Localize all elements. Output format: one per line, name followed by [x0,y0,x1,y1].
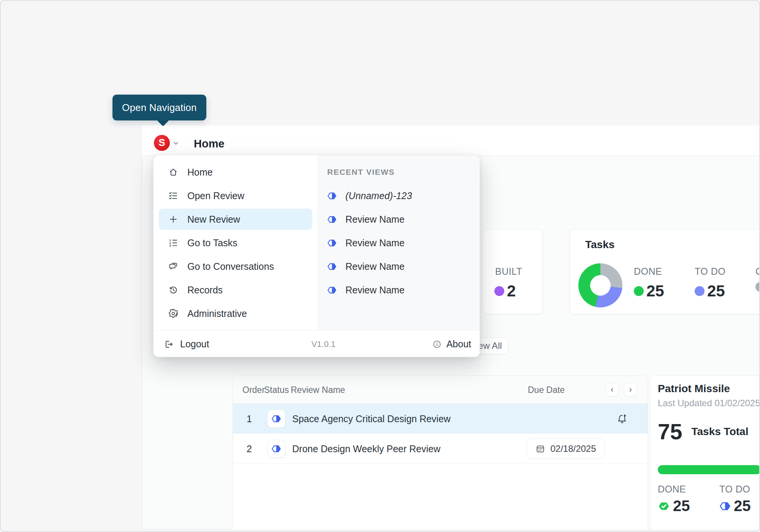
recent-view-item[interactable]: Review Name [318,232,480,253]
recent-view-label: (Unnamed)-123 [345,190,412,201]
svg-text:3: 3 [169,244,171,247]
purple-dot-icon [494,286,504,296]
tasks-card-title: Tasks [585,239,614,251]
todo-value: 25 [719,497,751,515]
half-hexagon-icon [271,444,281,454]
logout-button[interactable]: Logout [164,339,209,350]
built-stat-card: BUILT 2 [483,229,543,314]
open-navigation-tooltip: Open Navigation [112,95,206,120]
tasks-total-row: 75 Tasks Total [658,421,748,443]
menu-item-label: Records [187,285,223,296]
half-hexagon-icon [327,191,337,201]
menu-item-label: Administrative [187,308,247,319]
recent-view-item[interactable]: (Unnamed)-123 [318,185,480,206]
column-header-review-name: Review Name [291,376,345,404]
nav-logo-button[interactable]: S [154,135,170,151]
todo-count: 25 [734,497,751,515]
last-updated-text: Last Updated 01/02/2025 [658,398,760,408]
page-title: Home [194,138,225,150]
half-hexagon-icon [327,238,337,248]
due-date-value: 02/18/2025 [550,443,596,454]
navigation-menu: Home Open Review New Review 123 Go to Ta… [153,155,480,357]
table-row[interactable]: 1 Space Agency Critical Design Review [233,404,648,434]
logout-label: Logout [180,339,209,350]
todo-value: 25 [695,282,725,300]
recent-views-column: RECENT VIEWS (Unnamed)-123 Review Name R… [318,155,480,330]
recent-view-item[interactable]: Review Name [318,256,480,277]
plus-icon [168,214,178,224]
half-hexagon-icon [327,285,337,295]
todo-label: TO DO [695,266,725,277]
app-header [142,125,760,156]
menu-item-label: Go to Conversations [187,261,274,272]
review-detail-panel: Patriot Missile Last Updated 01/02/2025 … [650,375,760,529]
page-previous-button[interactable] [606,383,619,396]
tasks-total-label: Tasks Total [692,426,749,438]
home-icon [168,167,178,177]
gear-icon [168,309,178,318]
blue-dot-icon [695,286,705,296]
numbered-list-icon: 123 [168,238,178,248]
order-cell: 1 [244,413,255,424]
check-hexagon-icon [658,500,670,512]
clipped-stat-label: C [755,266,760,277]
menu-primary-column: Home Open Review New Review 123 Go to Ta… [154,155,318,330]
column-header-due-date: Due Date [528,376,565,404]
column-header-order: Order [242,376,265,404]
table-row[interactable]: 2 Drone Design Weekly Peer Review 02/18/… [233,434,648,464]
review-title: Patriot Missile [658,383,730,395]
menu-item-home[interactable]: Home [159,162,312,183]
logout-icon [164,339,174,349]
done-value: 25 [658,497,690,515]
half-hexagon-icon [327,262,337,271]
column-header-status: Status [264,376,289,404]
recent-view-label: Review Name [345,238,405,249]
menu-item-label: Go to Tasks [187,238,238,249]
menu-item-label: Open Review [187,190,244,201]
menu-item-go-to-tasks[interactable]: 123 Go to Tasks [159,232,312,253]
todo-label: TO DO [719,484,750,495]
menu-item-open-review[interactable]: Open Review [159,185,312,206]
half-hexagon-icon [271,414,281,424]
notification-bell-icon[interactable] [616,413,628,425]
done-count: 25 [646,282,664,300]
tasks-card: Tasks DONE 25 TO DO 25 C [570,229,760,314]
info-icon [432,340,442,349]
reviews-table: Order Status Review Name Due Date 1 Spac… [233,375,648,529]
recent-view-item[interactable]: Review Name [318,279,480,301]
chevron-down-icon[interactable] [172,139,180,147]
checklist-icon [168,191,178,201]
version-text: V1.0.1 [311,339,336,349]
about-button[interactable]: About [432,339,471,350]
status-chip[interactable] [267,410,285,428]
review-name-cell: Drone Design Weekly Peer Review [292,443,440,454]
menu-item-records[interactable]: Records [159,279,312,301]
chevron-right-icon [627,387,633,393]
chevron-left-icon [609,387,615,393]
status-chip[interactable] [267,440,285,458]
recent-view-label: Review Name [345,285,405,296]
done-count: 25 [673,497,690,515]
recent-views-heading: RECENT VIEWS [318,162,480,183]
half-hexagon-icon [327,215,337,224]
page-next-button[interactable] [624,383,637,396]
green-dot-icon [634,286,644,296]
tasks-total-value: 75 [658,421,682,443]
recent-view-item[interactable]: Review Name [318,209,480,230]
menu-item-administrative[interactable]: Administrative [159,303,312,324]
menu-item-go-to-conversations[interactable]: Go to Conversations [159,256,312,277]
donut-hole [590,275,611,296]
built-label: BUILT [495,266,522,277]
order-cell: 2 [244,443,255,454]
gray-dot-icon [755,282,760,292]
tasks-progress-bar [658,465,760,474]
half-hexagon-icon [719,500,731,512]
menu-item-new-review[interactable]: New Review [159,209,312,230]
menu-item-label: New Review [187,214,240,225]
due-date-chip[interactable]: 02/18/2025 [527,439,605,459]
calendar-icon [535,444,545,454]
recent-view-label: Review Name [345,261,405,272]
menu-footer: Logout V1.0.1 About [154,330,480,357]
built-count: 2 [507,282,516,300]
clipped-stat-value [755,282,760,292]
